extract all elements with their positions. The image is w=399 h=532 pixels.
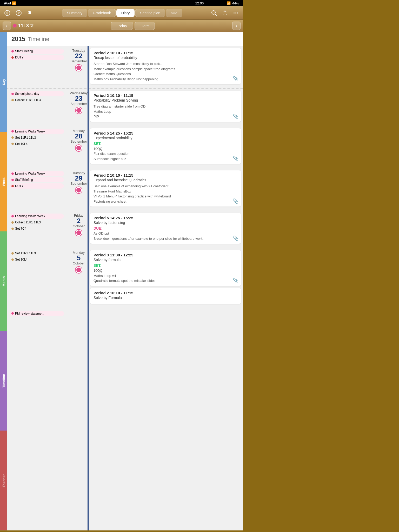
event-pm-review[interactable]: PM review stateme...: [9, 311, 64, 316]
event-duty-sep22[interactable]: DUTY: [9, 55, 64, 60]
prev-button[interactable]: ‹: [3, 22, 11, 30]
sidebar-item-month[interactable]: Month: [0, 231, 7, 331]
pill-dot: [11, 50, 14, 52]
date-marker-oct2: Friday 2 October: [70, 211, 88, 248]
pill-label: Learning Walks Week: [15, 214, 45, 218]
period-subtitle: Recap lesson of probability: [94, 56, 237, 60]
event-staff-briefing-sep22[interactable]: Staff Briefing: [9, 49, 64, 54]
tab-gradebook[interactable]: Gradebook: [88, 9, 116, 17]
period-subtitle: Solve by formula: [94, 258, 237, 262]
left-events-oct5: Set 11R1 11L3 Set 10L4: [7, 248, 70, 308]
svg-point-7: [237, 12, 238, 14]
period-header: Period 2 10:10 - 11:15: [94, 93, 237, 98]
attachment-icon: 📎: [233, 156, 238, 161]
event-card[interactable]: Period 3 11:30 - 12:25 Solve by formula …: [90, 250, 241, 286]
tab-summary[interactable]: Summary: [62, 9, 87, 17]
section-sep28: Learning Walks Week Set 11R1 11L3 Set 10…: [7, 126, 243, 168]
section-oct5: Set 11R1 11L3 Set 10L4 Monday 5 October: [7, 248, 243, 308]
period-subtitle: Solve by factorising: [94, 221, 237, 225]
share-button[interactable]: [220, 8, 230, 18]
settings-button[interactable]: [25, 8, 35, 18]
pill-label: PM review stateme...: [15, 312, 44, 315]
tab-more[interactable]: ○○○: [166, 9, 182, 17]
event-card[interactable]: Period 2 10:10 - 11:15 Probability Probl…: [90, 91, 241, 122]
battery-percent: 44%: [232, 1, 239, 5]
class-name: 11L3: [18, 23, 29, 29]
event-set-11r1-sep28[interactable]: Set 11R1 11L3: [9, 135, 64, 140]
nav-bar: ? Summary Gradebook Diary Seating plan ○…: [0, 6, 243, 20]
pill-dot: [11, 258, 14, 261]
event-staff-briefing-sep29[interactable]: Staff Briefing: [9, 177, 64, 182]
back-button[interactable]: [3, 8, 12, 18]
event-collect-oct2[interactable]: Collect 11R1 11L3: [9, 220, 64, 225]
month-name: September: [70, 139, 87, 143]
section-sep23: School photo day Collect 11R1 11L3 Wedne…: [7, 88, 243, 126]
more-options-button[interactable]: [231, 8, 241, 18]
time: 22:06: [195, 1, 204, 5]
pill-dot: [11, 252, 14, 255]
event-learning-walks-oct2[interactable]: Learning Walks Week: [9, 214, 64, 219]
pill-dot: [11, 221, 14, 224]
event-set-7c4[interactable]: Set 7C4: [9, 226, 64, 231]
date-button[interactable]: Date: [135, 22, 155, 30]
event-card[interactable]: Period 5 14:25 - 15:25 Experimental prob…: [90, 128, 241, 164]
svg-text:?: ?: [18, 11, 20, 15]
event-learning-walks-sep29[interactable]: Learning Walks Week: [9, 171, 64, 176]
left-events-sep28: Learning Walks Week Set 11R1 11L3 Set 10…: [7, 126, 70, 168]
period-subtitle: Experimental probability: [94, 136, 237, 140]
section-sep29: Learning Walks Week Staff Briefing DUTY …: [7, 168, 243, 211]
period-subtitle: Probability Problem Solving: [94, 98, 237, 102]
sidebar-item-day[interactable]: Day: [0, 32, 7, 132]
date-marker-oct5: Monday 5 October: [70, 248, 88, 308]
timeline-body: Staff Briefing DUTY Tuesday 22 September: [7, 46, 243, 530]
tab-seating[interactable]: Seating plan: [135, 9, 165, 17]
attachment-icon: 📎: [233, 198, 238, 204]
event-collect-11r1[interactable]: Collect 11R1 11L3: [9, 97, 64, 103]
left-events-sep22: Staff Briefing DUTY: [7, 46, 70, 88]
side-tabs: Day Week Month Timeline Planner: [0, 32, 7, 530]
right-events-sep23: Period 2 10:10 - 11:15 Probability Probl…: [88, 89, 243, 126]
svg-point-6: [235, 12, 236, 14]
event-learning-walks-sep28[interactable]: Learning Walks Week: [9, 129, 64, 134]
content-area: 2015 Timeline Staff Briefing: [7, 32, 243, 530]
sidebar-item-week[interactable]: Week: [0, 132, 7, 232]
date-marker-sep22: Tuesday 22 September: [70, 46, 88, 88]
sidebar-item-planner[interactable]: Planner: [0, 431, 7, 530]
left-events-pm: PM review stateme...: [7, 308, 70, 320]
event-card-2[interactable]: Period 2 10:10 - 11:15 Solve by Formula: [90, 288, 241, 304]
date-marker-sep28: Monday 28 September: [70, 126, 88, 168]
period-body: Tree diagram starter slide from OD Maths…: [94, 104, 237, 119]
today-button[interactable]: Today: [111, 22, 133, 30]
main-container: Day Week Month Timeline Planner 2015 Tim…: [0, 32, 243, 530]
event-set-11r1-oct5[interactable]: Set 11R1 11L3: [9, 251, 64, 256]
tab-diary[interactable]: Diary: [116, 9, 135, 17]
svg-line-4: [215, 14, 217, 16]
day-number: 29: [75, 175, 83, 182]
section-sep22: Staff Briefing DUTY Tuesday 22 September: [7, 46, 243, 88]
attachment-icon: 📎: [233, 76, 238, 82]
event-school-photo[interactable]: School photo day: [9, 91, 64, 96]
sidebar-item-timeline[interactable]: Timeline: [0, 331, 7, 431]
search-button[interactable]: [209, 8, 219, 18]
event-card[interactable]: Period 2 10:10 - 11:15 Expand and factor…: [90, 170, 241, 207]
attachment-icon: 📎: [233, 278, 238, 283]
set-label: SET:: [94, 142, 237, 146]
day-number: 28: [75, 133, 83, 139]
left-events-sep23: School photo day Collect 11R1 11L3: [7, 89, 70, 126]
event-card[interactable]: Period 2 10:10 - 11:15 Recap lesson of p…: [90, 48, 241, 84]
day-number: 5: [77, 255, 81, 261]
period-header: Period 5 14:25 - 15:25: [94, 131, 237, 135]
next-button[interactable]: ›: [232, 22, 241, 30]
event-set-10l4-sep28[interactable]: Set 10L4: [9, 141, 64, 147]
timeline-dot: [76, 65, 82, 71]
day-number: 2: [77, 217, 81, 224]
bluetooth-icon: 📶: [227, 1, 231, 5]
event-set-10l4-oct5[interactable]: Set 10L4: [9, 257, 64, 262]
period-body: As OD ppt Break down questions after exa…: [94, 231, 237, 241]
event-card[interactable]: Period 5 14:25 - 15:25 Solve by factoris…: [90, 213, 241, 244]
event-duty-sep29[interactable]: DUTY: [9, 183, 64, 189]
help-button[interactable]: ?: [14, 8, 23, 18]
date-marker-pm: [70, 308, 88, 320]
period-body: 10QQ Maths Loop A4 Quadratic formula spo…: [94, 268, 237, 283]
right-events-pm: [88, 308, 243, 320]
